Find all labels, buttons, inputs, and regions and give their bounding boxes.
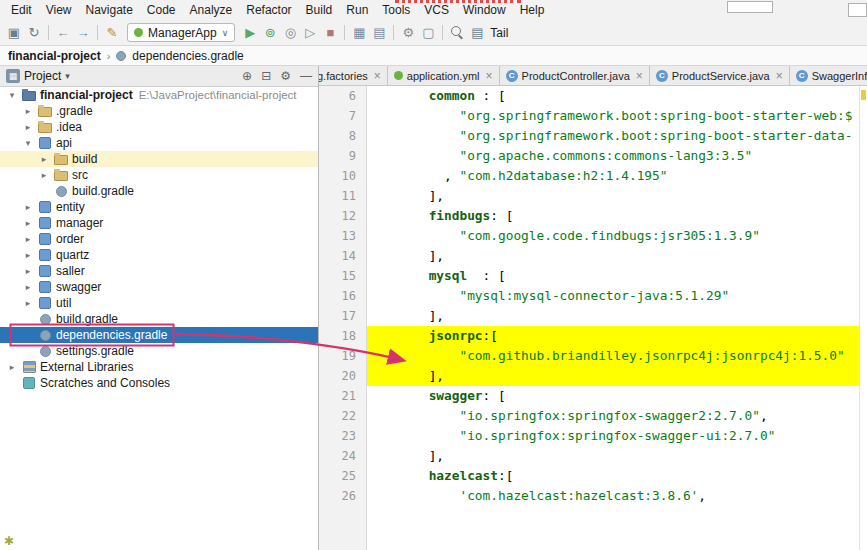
save-icon[interactable]: ▣: [4, 23, 24, 43]
tree-item-build-gradle[interactable]: build.gradle: [0, 311, 318, 327]
tree-item-entity[interactable]: ▸entity: [0, 199, 318, 215]
code-line-20[interactable]: ],: [367, 366, 859, 386]
run-config-select[interactable]: ManagerApp∨: [127, 23, 235, 42]
coverage-icon[interactable]: ◎: [280, 23, 300, 43]
tree-item-saller[interactable]: ▸saller: [0, 263, 318, 279]
locate-icon[interactable]: ⊕: [242, 69, 252, 83]
code-line-24[interactable]: ],: [367, 446, 859, 466]
menu-item-vcs[interactable]: VCS: [417, 3, 456, 17]
code-line-8[interactable]: "org.springframework.boot:spring-boot-st…: [367, 126, 859, 146]
tree-arrow-icon[interactable]: ▸: [20, 202, 36, 212]
collapse-all-icon[interactable]: ⊟: [261, 69, 271, 83]
tree-item-scratches-and-consoles[interactable]: Scratches and Consoles: [0, 375, 318, 391]
tree-item-financial-project[interactable]: ▾financial-project E:\JavaProject\financ…: [0, 87, 318, 103]
code-line-19[interactable]: "com.github.briandilley.jsonrpc4j:jsonrp…: [367, 346, 859, 366]
code-line-11[interactable]: ],: [367, 186, 859, 206]
debug-icon[interactable]: ⊚: [260, 23, 280, 43]
tree-arrow-icon[interactable]: ▸: [20, 250, 36, 260]
tree-item-build[interactable]: ▸build: [0, 151, 318, 167]
menu-item-navigate[interactable]: Navigate: [78, 3, 139, 17]
tree-arrow-icon[interactable]: ▸: [20, 234, 36, 244]
back-icon[interactable]: ←: [53, 23, 73, 43]
code-editor[interactable]: common : [ "org.springframework.boot:spr…: [367, 86, 859, 550]
menu-item-analyze[interactable]: Analyze: [183, 3, 240, 17]
project-panel-title[interactable]: Project: [24, 69, 61, 83]
menu-item-help[interactable]: Help: [513, 3, 552, 17]
breadcrumb-file[interactable]: dependencies.gradle: [132, 49, 243, 63]
code-line-6[interactable]: common : [: [367, 86, 859, 106]
code-line-15[interactable]: mysql : [: [367, 266, 859, 286]
edit-config-icon[interactable]: ✎: [102, 23, 122, 43]
code-line-14[interactable]: ],: [367, 246, 859, 266]
tree-arrow-icon[interactable]: ▸: [4, 362, 20, 372]
tree-item-settings-gradle[interactable]: settings.gradle: [0, 343, 318, 359]
tree-arrow-icon[interactable]: ▸: [20, 218, 36, 228]
forward-icon[interactable]: →: [73, 23, 93, 43]
tree-arrow-icon[interactable]: ▸: [20, 106, 36, 116]
tree-arrow-icon[interactable]: ▸: [36, 154, 52, 164]
code-line-10[interactable]: , "com.h2database:h2:1.4.195": [367, 166, 859, 186]
profiler-icon[interactable]: ▷: [300, 23, 320, 43]
code-line-12[interactable]: findbugs: [: [367, 206, 859, 226]
menu-item-view[interactable]: View: [39, 3, 79, 17]
tree-item-manager[interactable]: ▸manager: [0, 215, 318, 231]
menu-item-refactor[interactable]: Refactor: [239, 3, 298, 17]
tab-close-icon[interactable]: ×: [636, 69, 643, 83]
settings-gear-icon[interactable]: ⚙: [398, 23, 418, 43]
tree-arrow-icon[interactable]: ▾: [4, 90, 20, 100]
tree-item-quartz[interactable]: ▸quartz: [0, 247, 318, 263]
editor-scrollbar[interactable]: [859, 86, 867, 550]
code-line-18[interactable]: jsonrpc:[: [367, 326, 859, 346]
tab-close-icon[interactable]: ×: [486, 69, 493, 83]
tab-productservice-java[interactable]: CProductService.java×: [650, 66, 790, 85]
tree-arrow-icon[interactable]: ▸: [20, 122, 36, 132]
code-line-26[interactable]: 'com.hazelcast:hazelcast:3.8.6',: [367, 486, 859, 506]
tree-item-swagger[interactable]: ▸swagger: [0, 279, 318, 295]
tree-arrow-icon[interactable]: ▸: [36, 170, 52, 180]
tab-close-icon[interactable]: ×: [776, 69, 783, 83]
menu-item-code[interactable]: Code: [140, 3, 183, 17]
search-icon[interactable]: [447, 23, 467, 43]
code-line-22[interactable]: "io.springfox:springfox-swagger2:2.7.0",: [367, 406, 859, 426]
code-line-17[interactable]: ],: [367, 306, 859, 326]
sync-icon[interactable]: ↻: [24, 23, 44, 43]
tab-productcontroller-java[interactable]: CProductController.java×: [500, 66, 650, 85]
tree-arrow-icon[interactable]: ▸: [20, 282, 36, 292]
hide-panel-icon[interactable]: —: [300, 69, 312, 83]
tail-label[interactable]: Tail: [490, 26, 508, 40]
monitor-icon[interactable]: ▢: [418, 23, 438, 43]
tab-close-icon[interactable]: ×: [374, 69, 381, 83]
menu-item-edit[interactable]: Edit: [4, 3, 39, 17]
document-icon[interactable]: ▤: [467, 23, 487, 43]
code-line-21[interactable]: swagger: [: [367, 386, 859, 406]
tree-item-util[interactable]: ▸util: [0, 295, 318, 311]
tab-swaggerinfo-java[interactable]: CSwaggerInfo.java×: [790, 66, 867, 85]
code-line-13[interactable]: "com.google.code.findbugs:jsr305:1.3.9": [367, 226, 859, 246]
menu-item-run[interactable]: Run: [339, 3, 375, 17]
editor-gutter[interactable]: 67891011121314151617181920212223242526: [319, 86, 367, 550]
run-icon[interactable]: ▶: [240, 23, 260, 43]
tree-item-api[interactable]: ▾api: [0, 135, 318, 151]
tab-application-yml[interactable]: application.yml×: [388, 66, 500, 85]
tree-arrow-icon[interactable]: ▾: [20, 138, 36, 148]
tree-item-src[interactable]: ▸src: [0, 167, 318, 183]
chevron-down-icon[interactable]: ▾: [65, 71, 70, 81]
tree-arrow-icon[interactable]: ▸: [20, 266, 36, 276]
tab-g-factories[interactable]: g.factories×: [319, 66, 388, 85]
stop-icon[interactable]: ■: [320, 23, 340, 43]
code-line-9[interactable]: "org.apache.commons:commons-lang3:3.5": [367, 146, 859, 166]
code-line-23[interactable]: "io.springfox:springfox-swagger-ui:2.7.0…: [367, 426, 859, 446]
grid-icon[interactable]: ▦: [349, 23, 369, 43]
code-line-16[interactable]: "mysql:mysql-connector-java:5.1.29": [367, 286, 859, 306]
tree-item-dependencies-gradle[interactable]: dependencies.gradle: [0, 327, 318, 343]
breadcrumb-project[interactable]: financial-project: [8, 49, 101, 63]
settings-icon[interactable]: ⚙: [280, 69, 291, 83]
tree-arrow-icon[interactable]: ▸: [20, 298, 36, 308]
menu-item-build[interactable]: Build: [299, 3, 340, 17]
menu-item-window[interactable]: Window: [456, 3, 513, 17]
tree-item--idea[interactable]: ▸.idea: [0, 119, 318, 135]
tree-item-build-gradle[interactable]: build.gradle: [0, 183, 318, 199]
code-line-25[interactable]: hazelcast:[: [367, 466, 859, 486]
menu-item-tools[interactable]: Tools: [375, 3, 417, 17]
code-line-7[interactable]: "org.springframework.boot:spring-boot-st…: [367, 106, 859, 126]
